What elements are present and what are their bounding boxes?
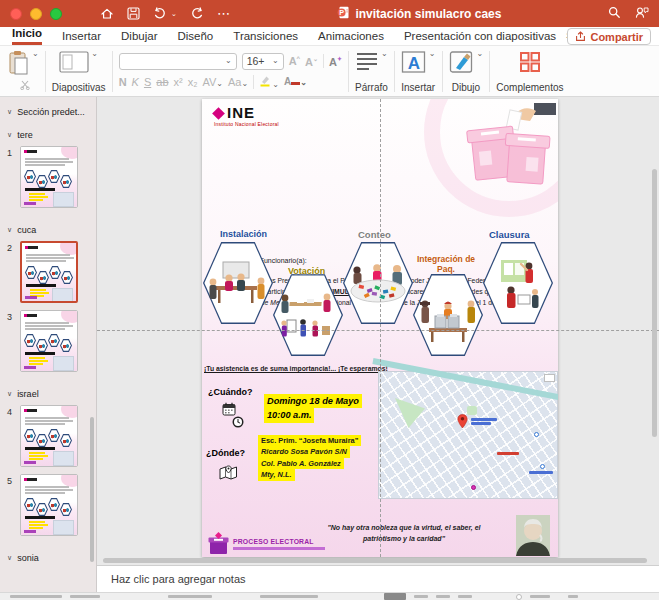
tab-presentación-con-diapositivas[interactable]: Presentación con diapositivas [404,30,556,45]
underline-button[interactable]: S [144,76,151,88]
hexagon-instalacion[interactable] [203,242,273,324]
slide-thumbnail-5[interactable] [20,474,78,536]
textbox-icon: A [401,50,427,74]
fit-slide-button[interactable] [568,595,578,598]
status-fragment [168,595,212,598]
clear-formatting-button[interactable]: A✦ [329,55,342,68]
canvas-horizontal-scrollbar[interactable] [103,558,647,563]
font-name-select[interactable]: ⌄ [119,53,237,70]
tab-transiciones[interactable]: Transiciones [233,30,298,45]
chevron-down-icon: ∨ [7,226,12,234]
svg-text:A: A [408,54,420,73]
paste-button[interactable]: ⌄ [8,50,39,76]
strikethrough-button[interactable]: ab [156,76,168,88]
where-label[interactable]: ¿Dónde? [206,448,245,458]
redo-icon[interactable] [190,7,204,20]
subscript-button[interactable]: x₂ [188,76,198,88]
slides-button[interactable]: ⌄ [59,50,98,74]
search-icon[interactable] [608,5,621,23]
ribbon-tabs: InicioInsertarDibujarDiseñoTransicionesA… [12,27,556,45]
slide-thumbnail-4[interactable] [20,405,78,467]
when-value[interactable]: Domingo 18 de Mayo 10:00 a.m. [264,394,362,423]
powerpoint-doc-icon: P [337,6,350,22]
slideshow-button[interactable] [458,595,472,598]
quote-text[interactable]: "No hay otra nobleza que la virtud, el s… [298,523,510,545]
tab-animaciones[interactable]: Animaciones [318,30,384,45]
paragraph-button[interactable]: ⌄ [355,50,388,72]
section-header-secci-n-predet-[interactable]: ∨Sección predet... [0,97,96,120]
cut-icon[interactable] [20,76,31,94]
map-park [395,398,425,428]
hexagon-clausura[interactable] [483,242,553,324]
hexagon-conteo[interactable] [343,242,413,324]
map-label [471,418,497,421]
more-options-icon[interactable]: ⋯ [217,9,231,19]
slide-thumbnail-2[interactable] [20,241,78,303]
slide-row: 5 [0,474,96,536]
slide-row: 2 [0,241,96,303]
italic-button[interactable]: K [132,76,139,88]
insert-textbox-button[interactable]: A ⌄ [401,50,436,74]
map-fullscreen-icon[interactable] [544,374,555,382]
change-case-button[interactable]: Aa⌄ [228,76,248,88]
share-button[interactable]: Compartir [567,28,651,45]
save-icon[interactable] [127,7,140,20]
svg-text:P: P [340,8,345,17]
bold-button[interactable]: N [119,76,127,88]
undo-dropdown-icon[interactable]: ⌄ [171,10,177,18]
when-label[interactable]: ¿Cuándo? [208,387,253,397]
character-spacing-button[interactable]: AV⌄ [202,76,223,88]
hexagon-label-integracion: Integración de Paq. [415,255,477,275]
zoom-slider[interactable] [516,594,522,600]
slide-thumbnail-preview [21,406,77,466]
tab-inicio[interactable]: Inicio [12,27,42,45]
ballot-box-illustration [456,101,556,193]
presenter-coach-icon[interactable] [635,5,649,23]
where-value[interactable]: Esc. Prim. “Josefa Muraira” Ricardo Sosa… [258,435,361,481]
zoom-button[interactable] [50,8,62,20]
map-label [497,452,519,455]
reading-view-button[interactable] [436,595,450,598]
grow-font-button[interactable]: A^ [289,55,300,67]
slide-thumbnail-preview [21,311,77,371]
location-map[interactable] [378,371,558,499]
hexagon-label-votacion: Votación [288,266,325,276]
font-size-select[interactable]: 16+⌄ [242,53,284,70]
minimize-button[interactable] [30,8,42,20]
sidebar-scrollbar[interactable] [90,417,94,562]
attendance-text[interactable]: ¡Tu asistencia es de suma importancia!..… [204,365,388,372]
draw-button[interactable]: ⌄ [449,50,484,74]
section-header-sonia[interactable]: ∨sonia [0,543,96,566]
slide-thumbnail-3[interactable] [20,310,78,372]
highlight-color-button[interactable]: ⌄ [259,73,279,91]
canvas-vertical-scrollbar[interactable] [652,169,657,437]
tab-dibujar[interactable]: Dibujar [121,30,157,45]
document-title-area: P invitación simulacro caes [231,6,608,22]
shrink-font-button[interactable]: A⌄ [305,55,318,68]
slide-sorter-button[interactable] [414,595,428,598]
section-header-tere[interactable]: ∨tere [0,120,96,143]
superscript-button[interactable]: x² [174,76,183,88]
font-color-button[interactable]: A⌄ [284,76,307,87]
horizontal-guide [97,330,659,331]
slide-thumbnail-preview [21,475,77,535]
slide-row: 4 [0,405,96,467]
addins-button[interactable] [518,50,542,74]
chevron-down-icon: ⌄ [381,50,388,58]
undo-icon[interactable] [153,7,167,20]
ine-subtitle: Instituto Nacional Electoral [214,121,279,127]
section-header-israel[interactable]: ∨israel [0,379,96,402]
section-header-cuca[interactable]: ∨cuca [0,215,96,238]
notes-pane[interactable]: Haz clic para agregar notas [97,565,659,592]
status-bar [0,592,659,600]
tab-diseño[interactable]: Diseño [177,30,213,45]
normal-view-button[interactable] [384,593,406,600]
status-fragment [10,595,62,598]
close-button[interactable] [10,8,22,20]
slide-thumbnail-1[interactable] [20,146,78,208]
tab-insertar[interactable]: Insertar [62,30,101,45]
home-icon[interactable] [100,7,114,20]
hexagon-illustration [347,258,409,310]
vertical-guide [380,99,381,557]
chevron-down-icon: ∨ [7,131,12,139]
